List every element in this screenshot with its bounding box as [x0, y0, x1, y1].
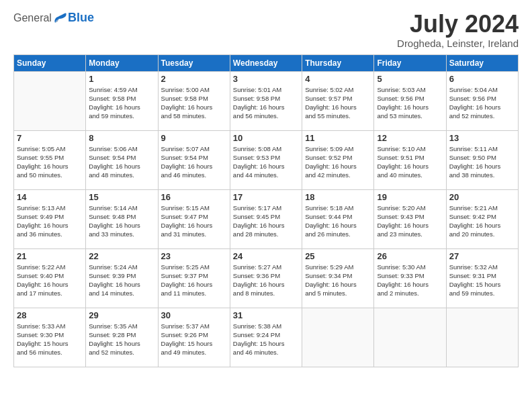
day-info: Sunrise: 5:09 AM Sunset: 9:52 PM Dayligh… [305, 144, 371, 180]
table-row: 2Sunrise: 5:00 AM Sunset: 9:58 PM Daylig… [158, 71, 230, 130]
month-year: July 2024 [397, 11, 519, 38]
table-row: 12Sunrise: 5:10 AM Sunset: 9:51 PM Dayli… [374, 130, 446, 189]
day-info: Sunrise: 5:08 AM Sunset: 9:53 PM Dayligh… [233, 144, 299, 180]
day-info: Sunrise: 5:05 AM Sunset: 9:55 PM Dayligh… [17, 144, 83, 180]
day-info: Sunrise: 5:18 AM Sunset: 9:44 PM Dayligh… [305, 203, 371, 239]
day-info: Sunrise: 5:33 AM Sunset: 9:30 PM Dayligh… [17, 322, 83, 357]
day-info: Sunrise: 5:02 AM Sunset: 9:57 PM Dayligh… [305, 85, 371, 121]
logo-blue-text: Blue [68, 11, 94, 25]
day-info: Sunrise: 5:37 AM Sunset: 9:26 PM Dayligh… [161, 322, 227, 357]
table-row: 22Sunrise: 5:24 AM Sunset: 9:39 PM Dayli… [86, 248, 158, 308]
day-number: 25 [305, 251, 371, 261]
table-row: 6Sunrise: 5:04 AM Sunset: 9:56 PM Daylig… [446, 71, 518, 130]
table-row: 17Sunrise: 5:17 AM Sunset: 9:45 PM Dayli… [230, 189, 302, 248]
day-number: 27 [449, 251, 515, 261]
day-number: 6 [449, 74, 515, 84]
table-row: 4Sunrise: 5:02 AM Sunset: 9:57 PM Daylig… [302, 71, 374, 130]
header: General Blue July 2024 Drogheda, Leinste… [13, 11, 519, 49]
location: Drogheda, Leinster, Ireland [397, 38, 519, 49]
day-number: 21 [17, 251, 83, 261]
day-number: 22 [89, 251, 154, 261]
day-info: Sunrise: 5:04 AM Sunset: 9:56 PM Dayligh… [449, 85, 515, 121]
calendar-week-row: 28Sunrise: 5:33 AM Sunset: 9:30 PM Dayli… [14, 308, 519, 367]
calendar-week-row: 14Sunrise: 5:13 AM Sunset: 9:49 PM Dayli… [14, 189, 519, 248]
day-info: Sunrise: 5:13 AM Sunset: 9:49 PM Dayligh… [17, 203, 83, 239]
table-row: 16Sunrise: 5:15 AM Sunset: 9:47 PM Dayli… [158, 189, 230, 248]
table-row: 13Sunrise: 5:11 AM Sunset: 9:50 PM Dayli… [446, 130, 518, 189]
day-number: 23 [161, 251, 227, 261]
day-number: 11 [305, 133, 371, 143]
table-row: 18Sunrise: 5:18 AM Sunset: 9:44 PM Dayli… [302, 189, 374, 248]
day-info: Sunrise: 5:38 AM Sunset: 9:24 PM Dayligh… [233, 322, 299, 357]
table-row: 1Sunrise: 4:59 AM Sunset: 9:58 PM Daylig… [86, 71, 158, 130]
day-info: Sunrise: 5:35 AM Sunset: 9:28 PM Dayligh… [89, 322, 154, 357]
day-number: 29 [89, 310, 154, 320]
day-number: 10 [233, 133, 299, 143]
table-row: 3Sunrise: 5:01 AM Sunset: 9:58 PM Daylig… [230, 71, 302, 130]
table-row: 7Sunrise: 5:05 AM Sunset: 9:55 PM Daylig… [14, 130, 86, 189]
table-row: 10Sunrise: 5:08 AM Sunset: 9:53 PM Dayli… [230, 130, 302, 189]
col-sunday: Sunday [14, 54, 86, 71]
day-number: 26 [377, 251, 443, 261]
day-info: Sunrise: 5:25 AM Sunset: 9:37 PM Dayligh… [161, 263, 227, 298]
day-info: Sunrise: 5:29 AM Sunset: 9:34 PM Dayligh… [305, 263, 371, 298]
day-number: 12 [377, 133, 443, 143]
logo-general-text: General [13, 12, 52, 24]
calendar-table: Sunday Monday Tuesday Wednesday Thursday… [13, 54, 519, 367]
day-info: Sunrise: 4:59 AM Sunset: 9:58 PM Dayligh… [89, 85, 154, 121]
day-info: Sunrise: 5:03 AM Sunset: 9:56 PM Dayligh… [377, 85, 443, 121]
calendar-week-row: 7Sunrise: 5:05 AM Sunset: 9:55 PM Daylig… [14, 130, 519, 189]
day-info: Sunrise: 5:15 AM Sunset: 9:47 PM Dayligh… [161, 203, 227, 239]
day-number: 5 [377, 74, 443, 84]
day-info: Sunrise: 5:06 AM Sunset: 9:54 PM Dayligh… [89, 144, 154, 180]
table-row: 26Sunrise: 5:30 AM Sunset: 9:33 PM Dayli… [374, 248, 446, 308]
col-thursday: Thursday [302, 54, 374, 71]
day-number: 8 [89, 133, 154, 143]
table-row: 28Sunrise: 5:33 AM Sunset: 9:30 PM Dayli… [14, 308, 86, 367]
day-number: 17 [233, 192, 299, 202]
table-row: 25Sunrise: 5:29 AM Sunset: 9:34 PM Dayli… [302, 248, 374, 308]
day-number: 9 [161, 133, 227, 143]
day-info: Sunrise: 5:17 AM Sunset: 9:45 PM Dayligh… [233, 203, 299, 239]
day-number: 1 [89, 74, 154, 84]
day-number: 20 [449, 192, 515, 202]
day-info: Sunrise: 5:32 AM Sunset: 9:31 PM Dayligh… [449, 263, 515, 298]
table-row: 14Sunrise: 5:13 AM Sunset: 9:49 PM Dayli… [14, 189, 86, 248]
calendar-header-row: Sunday Monday Tuesday Wednesday Thursday… [14, 54, 519, 71]
day-info: Sunrise: 5:14 AM Sunset: 9:48 PM Dayligh… [89, 203, 154, 239]
day-number: 19 [377, 192, 443, 202]
day-info: Sunrise: 5:01 AM Sunset: 9:58 PM Dayligh… [233, 85, 299, 121]
day-info: Sunrise: 5:20 AM Sunset: 9:43 PM Dayligh… [377, 203, 443, 239]
day-number: 31 [233, 310, 299, 320]
table-row: 5Sunrise: 5:03 AM Sunset: 9:56 PM Daylig… [374, 71, 446, 130]
table-row [446, 308, 518, 367]
table-row: 29Sunrise: 5:35 AM Sunset: 9:28 PM Dayli… [86, 308, 158, 367]
col-monday: Monday [86, 54, 158, 71]
day-info: Sunrise: 5:22 AM Sunset: 9:40 PM Dayligh… [17, 263, 83, 298]
day-info: Sunrise: 5:30 AM Sunset: 9:33 PM Dayligh… [377, 263, 443, 298]
day-number: 13 [449, 133, 515, 143]
table-row: 8Sunrise: 5:06 AM Sunset: 9:54 PM Daylig… [86, 130, 158, 189]
col-friday: Friday [374, 54, 446, 71]
day-info: Sunrise: 5:21 AM Sunset: 9:42 PM Dayligh… [449, 203, 515, 239]
table-row: 20Sunrise: 5:21 AM Sunset: 9:42 PM Dayli… [446, 189, 518, 248]
page: General Blue July 2024 Drogheda, Leinste… [0, 0, 532, 411]
calendar-week-row: 21Sunrise: 5:22 AM Sunset: 9:40 PM Dayli… [14, 248, 519, 308]
col-saturday: Saturday [446, 54, 518, 71]
table-row: 31Sunrise: 5:38 AM Sunset: 9:24 PM Dayli… [230, 308, 302, 367]
day-info: Sunrise: 5:11 AM Sunset: 9:50 PM Dayligh… [449, 144, 515, 180]
day-info: Sunrise: 5:27 AM Sunset: 9:36 PM Dayligh… [233, 263, 299, 298]
table-row: 27Sunrise: 5:32 AM Sunset: 9:31 PM Dayli… [446, 248, 518, 308]
day-number: 28 [17, 310, 83, 320]
day-number: 3 [233, 74, 299, 84]
logo-bird-icon [52, 12, 67, 24]
table-row: 24Sunrise: 5:27 AM Sunset: 9:36 PM Dayli… [230, 248, 302, 308]
day-number: 24 [233, 251, 299, 261]
day-number: 2 [161, 74, 227, 84]
col-wednesday: Wednesday [230, 54, 302, 71]
day-info: Sunrise: 5:07 AM Sunset: 9:54 PM Dayligh… [161, 144, 227, 180]
table-row [14, 71, 86, 130]
day-number: 14 [17, 192, 83, 202]
table-row [374, 308, 446, 367]
day-number: 4 [305, 74, 371, 84]
